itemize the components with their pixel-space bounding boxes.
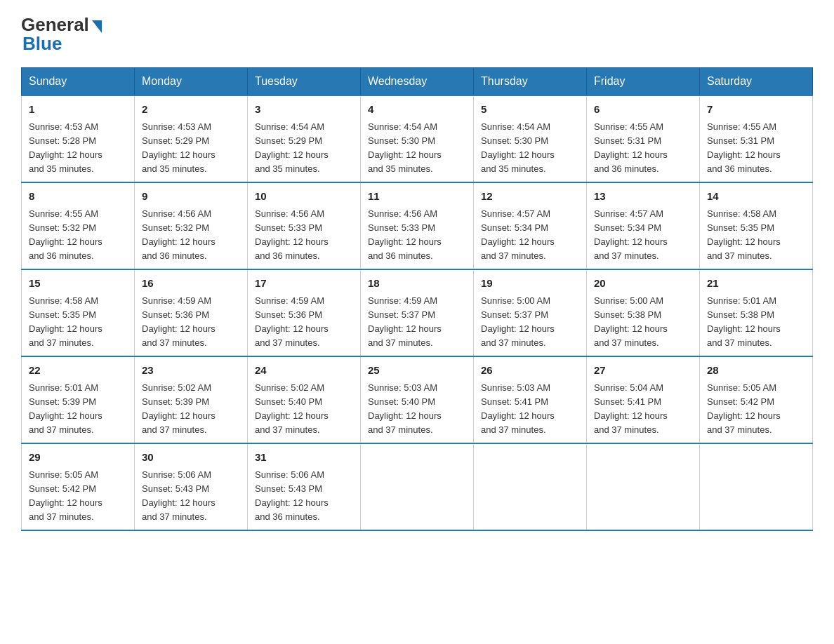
calendar-cell: 30 Sunrise: 5:06 AMSunset: 5:43 PMDaylig…: [135, 443, 248, 530]
calendar-cell: 2 Sunrise: 4:53 AMSunset: 5:29 PMDayligh…: [135, 95, 248, 182]
day-number: 7: [707, 102, 805, 118]
day-info: Sunrise: 4:56 AMSunset: 5:33 PMDaylight:…: [368, 207, 466, 264]
day-number: 20: [594, 276, 692, 292]
day-number: 10: [255, 189, 353, 205]
calendar-cell: 10 Sunrise: 4:56 AMSunset: 5:33 PMDaylig…: [248, 182, 361, 269]
calendar-cell: [587, 443, 700, 530]
day-info: Sunrise: 5:04 AMSunset: 5:41 PMDaylight:…: [594, 381, 692, 438]
calendar-cell: 27 Sunrise: 5:04 AMSunset: 5:41 PMDaylig…: [587, 356, 700, 443]
calendar-table: SundayMondayTuesdayWednesdayThursdayFrid…: [21, 67, 813, 531]
day-info: Sunrise: 4:55 AMSunset: 5:31 PMDaylight:…: [594, 120, 692, 177]
calendar-cell: 14 Sunrise: 4:58 AMSunset: 5:35 PMDaylig…: [700, 182, 813, 269]
logo-arrow-icon: [92, 20, 102, 33]
calendar-cell: 17 Sunrise: 4:59 AMSunset: 5:36 PMDaylig…: [248, 269, 361, 356]
day-number: 23: [142, 363, 240, 379]
calendar-cell: 18 Sunrise: 4:59 AMSunset: 5:37 PMDaylig…: [361, 269, 474, 356]
calendar-cell: 19 Sunrise: 5:00 AMSunset: 5:37 PMDaylig…: [474, 269, 587, 356]
day-number: 4: [368, 102, 466, 118]
day-number: 26: [481, 363, 579, 379]
day-number: 30: [142, 450, 240, 466]
day-number: 24: [255, 363, 353, 379]
day-number: 5: [481, 102, 579, 118]
day-info: Sunrise: 5:02 AMSunset: 5:39 PMDaylight:…: [142, 381, 240, 438]
day-info: Sunrise: 4:59 AMSunset: 5:36 PMDaylight:…: [255, 294, 353, 351]
calendar-cell: 16 Sunrise: 4:59 AMSunset: 5:36 PMDaylig…: [135, 269, 248, 356]
day-number: 6: [594, 102, 692, 118]
calendar-cell: 28 Sunrise: 5:05 AMSunset: 5:42 PMDaylig…: [700, 356, 813, 443]
day-number: 1: [29, 102, 127, 118]
day-info: Sunrise: 5:00 AMSunset: 5:38 PMDaylight:…: [594, 294, 692, 351]
weekday-header-monday: Monday: [135, 68, 248, 96]
day-number: 2: [142, 102, 240, 118]
day-info: Sunrise: 4:58 AMSunset: 5:35 PMDaylight:…: [29, 294, 127, 351]
day-info: Sunrise: 4:59 AMSunset: 5:37 PMDaylight:…: [368, 294, 466, 351]
day-number: 11: [368, 189, 466, 205]
calendar-cell: 9 Sunrise: 4:56 AMSunset: 5:32 PMDayligh…: [135, 182, 248, 269]
week-row-1: 1 Sunrise: 4:53 AMSunset: 5:28 PMDayligh…: [22, 95, 813, 182]
calendar-cell: 15 Sunrise: 4:58 AMSunset: 5:35 PMDaylig…: [22, 269, 135, 356]
day-info: Sunrise: 5:01 AMSunset: 5:38 PMDaylight:…: [707, 294, 805, 351]
calendar-cell: 6 Sunrise: 4:55 AMSunset: 5:31 PMDayligh…: [587, 95, 700, 182]
calendar-cell: 31 Sunrise: 5:06 AMSunset: 5:43 PMDaylig…: [248, 443, 361, 530]
day-number: 14: [707, 189, 805, 205]
weekday-header-row: SundayMondayTuesdayWednesdayThursdayFrid…: [22, 68, 813, 96]
calendar-cell: 13 Sunrise: 4:57 AMSunset: 5:34 PMDaylig…: [587, 182, 700, 269]
calendar-cell: 25 Sunrise: 5:03 AMSunset: 5:40 PMDaylig…: [361, 356, 474, 443]
calendar-cell: 23 Sunrise: 5:02 AMSunset: 5:39 PMDaylig…: [135, 356, 248, 443]
day-number: 19: [481, 276, 579, 292]
calendar-cell: 26 Sunrise: 5:03 AMSunset: 5:41 PMDaylig…: [474, 356, 587, 443]
day-number: 16: [142, 276, 240, 292]
day-info: Sunrise: 4:55 AMSunset: 5:32 PMDaylight:…: [29, 207, 127, 264]
day-number: 9: [142, 189, 240, 205]
day-info: Sunrise: 5:06 AMSunset: 5:43 PMDaylight:…: [142, 468, 240, 525]
day-info: Sunrise: 4:54 AMSunset: 5:29 PMDaylight:…: [255, 120, 353, 177]
day-number: 12: [481, 189, 579, 205]
calendar-cell: 4 Sunrise: 4:54 AMSunset: 5:30 PMDayligh…: [361, 95, 474, 182]
weekday-header-saturday: Saturday: [700, 68, 813, 96]
calendar-cell: 11 Sunrise: 4:56 AMSunset: 5:33 PMDaylig…: [361, 182, 474, 269]
week-row-3: 15 Sunrise: 4:58 AMSunset: 5:35 PMDaylig…: [22, 269, 813, 356]
calendar-cell: 1 Sunrise: 4:53 AMSunset: 5:28 PMDayligh…: [22, 95, 135, 182]
weekday-header-sunday: Sunday: [22, 68, 135, 96]
calendar-cell: 7 Sunrise: 4:55 AMSunset: 5:31 PMDayligh…: [700, 95, 813, 182]
weekday-header-friday: Friday: [587, 68, 700, 96]
day-number: 22: [29, 363, 127, 379]
day-info: Sunrise: 4:54 AMSunset: 5:30 PMDaylight:…: [481, 120, 579, 177]
logo-blue-text: Blue: [22, 33, 62, 55]
calendar-cell: 3 Sunrise: 4:54 AMSunset: 5:29 PMDayligh…: [248, 95, 361, 182]
weekday-header-wednesday: Wednesday: [361, 68, 474, 96]
day-info: Sunrise: 5:05 AMSunset: 5:42 PMDaylight:…: [707, 381, 805, 438]
day-info: Sunrise: 4:57 AMSunset: 5:34 PMDaylight:…: [481, 207, 579, 264]
day-number: 31: [255, 450, 353, 466]
day-number: 3: [255, 102, 353, 118]
calendar-cell: [361, 443, 474, 530]
day-info: Sunrise: 4:58 AMSunset: 5:35 PMDaylight:…: [707, 207, 805, 264]
day-number: 21: [707, 276, 805, 292]
week-row-5: 29 Sunrise: 5:05 AMSunset: 5:42 PMDaylig…: [22, 443, 813, 530]
calendar-cell: 22 Sunrise: 5:01 AMSunset: 5:39 PMDaylig…: [22, 356, 135, 443]
weekday-header-thursday: Thursday: [474, 68, 587, 96]
calendar-cell: 8 Sunrise: 4:55 AMSunset: 5:32 PMDayligh…: [22, 182, 135, 269]
day-number: 27: [594, 363, 692, 379]
day-info: Sunrise: 4:53 AMSunset: 5:28 PMDaylight:…: [29, 120, 127, 177]
day-number: 18: [368, 276, 466, 292]
week-row-2: 8 Sunrise: 4:55 AMSunset: 5:32 PMDayligh…: [22, 182, 813, 269]
calendar-cell: 5 Sunrise: 4:54 AMSunset: 5:30 PMDayligh…: [474, 95, 587, 182]
page-header: General Blue: [21, 14, 813, 55]
week-row-4: 22 Sunrise: 5:01 AMSunset: 5:39 PMDaylig…: [22, 356, 813, 443]
calendar-cell: 24 Sunrise: 5:02 AMSunset: 5:40 PMDaylig…: [248, 356, 361, 443]
weekday-header-tuesday: Tuesday: [248, 68, 361, 96]
day-info: Sunrise: 5:01 AMSunset: 5:39 PMDaylight:…: [29, 381, 127, 438]
day-number: 15: [29, 276, 127, 292]
day-info: Sunrise: 4:57 AMSunset: 5:34 PMDaylight:…: [594, 207, 692, 264]
day-info: Sunrise: 5:06 AMSunset: 5:43 PMDaylight:…: [255, 468, 353, 525]
day-info: Sunrise: 5:03 AMSunset: 5:41 PMDaylight:…: [481, 381, 579, 438]
calendar-cell: 20 Sunrise: 5:00 AMSunset: 5:38 PMDaylig…: [587, 269, 700, 356]
day-number: 28: [707, 363, 805, 379]
day-info: Sunrise: 4:54 AMSunset: 5:30 PMDaylight:…: [368, 120, 466, 177]
day-info: Sunrise: 5:00 AMSunset: 5:37 PMDaylight:…: [481, 294, 579, 351]
day-info: Sunrise: 5:02 AMSunset: 5:40 PMDaylight:…: [255, 381, 353, 438]
day-info: Sunrise: 4:56 AMSunset: 5:33 PMDaylight:…: [255, 207, 353, 264]
calendar-cell: [474, 443, 587, 530]
day-info: Sunrise: 4:55 AMSunset: 5:31 PMDaylight:…: [707, 120, 805, 177]
